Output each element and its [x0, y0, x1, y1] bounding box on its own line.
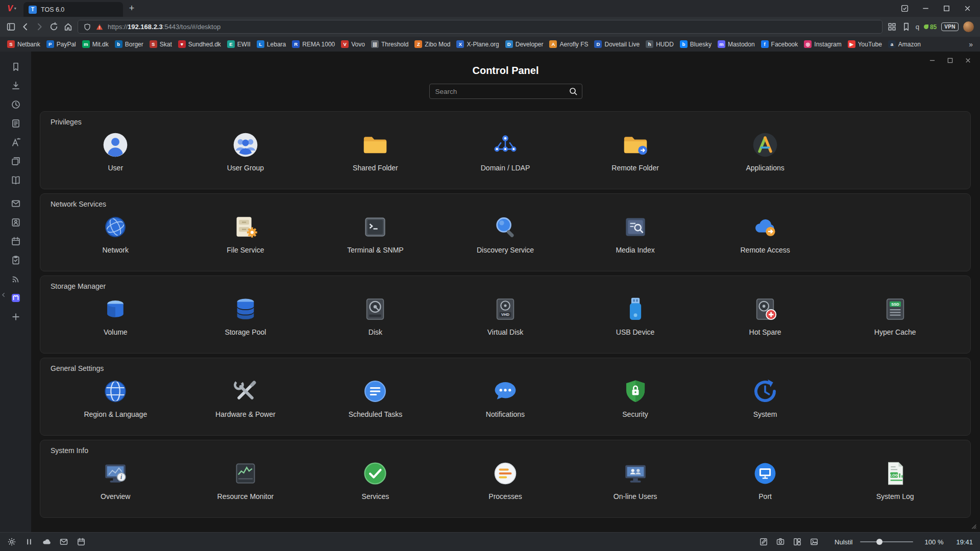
- bookmark-item[interactable]: ◎ Instagram: [801, 40, 844, 48]
- profile-avatar[interactable]: [963, 21, 974, 32]
- app-item[interactable]: LOG System Log: [830, 459, 960, 500]
- app-item[interactable]: VHD Virtual Disk: [440, 294, 571, 336]
- mastodon-webpanel-icon[interactable]: [11, 293, 21, 303]
- feeds-panel-icon[interactable]: [11, 274, 21, 284]
- url-field[interactable]: https://192.168.2.3:5443/tos/#/desktop: [78, 20, 883, 34]
- bookmark-item[interactable]: ▶ YouTube: [845, 40, 885, 48]
- bookmark-item[interactable]: ♥ Sundhed.dk: [175, 40, 224, 48]
- tab-tos[interactable]: T TOS 6.0: [23, 2, 123, 17]
- bookmark-item[interactable]: P PayPal: [43, 40, 79, 48]
- bookmark-item[interactable]: f Facebook: [758, 40, 801, 48]
- site-info-shield-icon[interactable]: [83, 23, 91, 31]
- bookmark-item[interactable]: A Aerofly FS: [546, 40, 591, 48]
- zoom-reset-button[interactable]: Nulstil: [835, 538, 852, 546]
- bookmarks-overflow-chevron-icon[interactable]: »: [966, 40, 976, 48]
- bookmark-item[interactable]: E EWII: [224, 40, 254, 48]
- tasks-panel-icon[interactable]: [11, 255, 21, 265]
- app-item[interactable]: SSD Hyper Cache: [830, 294, 960, 336]
- tos-maximize-button[interactable]: [946, 57, 954, 64]
- window-close-button[interactable]: [963, 4, 972, 13]
- bookmark-item[interactable]: D Dovetail Live: [591, 40, 643, 48]
- add-webpanel-icon[interactable]: [11, 312, 21, 322]
- translate-panel-icon[interactable]: [11, 137, 21, 147]
- extensions-icon[interactable]: [887, 22, 897, 32]
- app-item[interactable]: Terminal & SNMP: [310, 212, 440, 254]
- app-item[interactable]: Port: [700, 459, 830, 500]
- bookmark-page-icon[interactable]: [901, 22, 911, 32]
- app-item[interactable]: Region & Language: [51, 377, 181, 418]
- app-item[interactable]: Applications: [700, 130, 830, 172]
- app-item[interactable]: File Service: [181, 212, 311, 254]
- app-item[interactable]: Scheduled Tasks: [310, 377, 440, 418]
- bookmark-item[interactable]: V Vovo: [338, 40, 368, 48]
- sync-icon[interactable]: [42, 537, 51, 546]
- tos-close-button[interactable]: [964, 57, 972, 64]
- app-item[interactable]: System: [700, 377, 830, 418]
- app-item[interactable]: Hardware & Power: [181, 377, 311, 418]
- app-item[interactable]: Services: [310, 459, 440, 500]
- bookmark-item[interactable]: b Borger: [112, 40, 146, 48]
- bookmark-item[interactable]: L Lebara: [254, 40, 289, 48]
- bookmark-item[interactable]: D Developer: [502, 40, 547, 48]
- window-minimize-button[interactable]: [921, 4, 930, 13]
- app-item[interactable]: Security: [570, 377, 700, 418]
- app-item[interactable]: USB Device: [570, 294, 700, 336]
- bookmark-item[interactable]: a Amazon: [885, 40, 924, 48]
- app-item[interactable]: Discovery Service: [440, 212, 571, 254]
- app-item[interactable]: Volume: [51, 294, 181, 336]
- app-item[interactable]: Domain / LDAP: [440, 130, 571, 172]
- app-item[interactable]: Notifications: [440, 377, 571, 418]
- sync-status-icon[interactable]: [900, 4, 909, 13]
- app-item[interactable]: Storage Pool: [181, 294, 311, 336]
- zoom-slider[interactable]: [860, 541, 913, 542]
- bookmark-item[interactable]: ||| Threshold: [368, 40, 411, 48]
- search-icon[interactable]: [569, 87, 578, 96]
- app-item[interactable]: Resource Monitor: [181, 459, 311, 500]
- notes-panel-icon[interactable]: [11, 118, 21, 129]
- downloads-panel-icon[interactable]: [11, 81, 21, 91]
- capture-page-icon[interactable]: [776, 537, 785, 546]
- images-toggle-icon[interactable]: [810, 537, 819, 546]
- break-mode-icon[interactable]: [24, 537, 34, 546]
- page-tiling-icon[interactable]: [793, 537, 802, 546]
- contacts-panel-icon[interactable]: [11, 217, 21, 228]
- mail-status-icon[interactable]: [59, 537, 68, 546]
- app-item[interactable]: On-line Users: [570, 459, 700, 500]
- insecure-warning-icon[interactable]: [95, 23, 104, 31]
- calendar-panel-icon[interactable]: [11, 236, 21, 246]
- mail-panel-icon[interactable]: [11, 198, 21, 209]
- panel-toggle-icon[interactable]: [6, 22, 16, 32]
- resize-handle[interactable]: [969, 522, 977, 530]
- vivaldi-menu-button[interactable]: V ▾: [0, 0, 23, 17]
- reading-list-panel-icon[interactable]: [11, 175, 21, 185]
- app-item[interactable]: User Group: [181, 130, 311, 172]
- back-button[interactable]: [20, 22, 30, 32]
- panel-collapse-chevron-icon[interactable]: [1, 290, 7, 299]
- app-item[interactable]: Remote Folder: [570, 130, 700, 172]
- sessions-panel-icon[interactable]: [11, 156, 21, 166]
- new-tab-button[interactable]: +: [123, 0, 140, 17]
- forward-button[interactable]: [35, 22, 44, 32]
- bookmark-item[interactable]: h HUDD: [643, 40, 677, 48]
- history-panel-icon[interactable]: [11, 99, 21, 110]
- app-item[interactable]: Shared Folder: [310, 130, 440, 172]
- app-item[interactable]: Hot Spare: [700, 294, 830, 336]
- app-item[interactable]: Media Index: [570, 212, 700, 254]
- window-maximize-button[interactable]: [942, 4, 951, 13]
- bookmark-item[interactable]: m Mastodon: [715, 40, 758, 48]
- bookmark-item[interactable]: S Skat: [146, 40, 175, 48]
- bookmark-item[interactable]: R REMA 1000: [289, 40, 338, 48]
- calendar-status-icon[interactable]: [77, 537, 86, 546]
- app-item[interactable]: Remote Access: [700, 212, 830, 254]
- page-actions-icon[interactable]: [759, 537, 768, 546]
- zoom-slider-knob[interactable]: [876, 539, 883, 545]
- app-item[interactable]: Disk: [310, 294, 440, 336]
- bookmark-item[interactable]: X X-Plane.org: [453, 40, 502, 48]
- home-button[interactable]: [63, 22, 73, 32]
- search-input[interactable]: [429, 84, 582, 99]
- vpn-badge[interactable]: VPN: [941, 22, 959, 31]
- tos-minimize-button[interactable]: [928, 57, 936, 64]
- bookmark-item[interactable]: S Netbank: [4, 40, 43, 48]
- app-item[interactable]: Processes: [440, 459, 571, 500]
- bookmark-item[interactable]: Z Zibo Mod: [411, 40, 453, 48]
